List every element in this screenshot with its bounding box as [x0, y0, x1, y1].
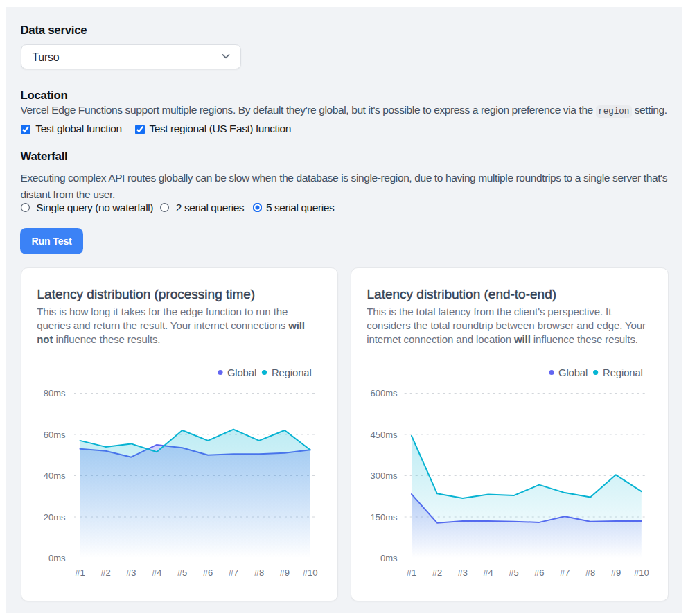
- svg-text:#2: #2: [432, 567, 442, 578]
- svg-text:#1: #1: [407, 567, 416, 578]
- svg-text:Global: Global: [558, 367, 588, 378]
- svg-text:20ms: 20ms: [44, 512, 66, 522]
- svg-text:#4: #4: [152, 567, 161, 578]
- svg-text:#9: #9: [611, 567, 621, 578]
- svg-text:600ms: 600ms: [370, 388, 398, 398]
- svg-text:#10: #10: [303, 567, 318, 578]
- svg-text:#4: #4: [483, 567, 493, 578]
- svg-text:#7: #7: [560, 567, 570, 578]
- svg-text:#2: #2: [100, 567, 110, 578]
- svg-text:#7: #7: [229, 567, 238, 578]
- svg-text:#9: #9: [280, 567, 290, 578]
- svg-text:Regional: Regional: [272, 367, 312, 378]
- svg-text:60ms: 60ms: [44, 430, 66, 440]
- svg-text:80ms: 80ms: [44, 388, 66, 398]
- svg-text:#8: #8: [254, 567, 264, 578]
- svg-text:150ms: 150ms: [370, 512, 398, 522]
- svg-text:0ms: 0ms: [380, 553, 398, 563]
- svg-text:#3: #3: [126, 567, 136, 578]
- svg-text:450ms: 450ms: [370, 430, 398, 440]
- svg-text:#8: #8: [585, 567, 595, 578]
- svg-text:40ms: 40ms: [44, 470, 66, 481]
- svg-text:300ms: 300ms: [370, 470, 398, 481]
- svg-text:0ms: 0ms: [48, 553, 66, 563]
- svg-text:#5: #5: [177, 567, 187, 578]
- svg-text:#6: #6: [203, 567, 213, 578]
- svg-text:#10: #10: [634, 567, 649, 578]
- svg-text:#6: #6: [534, 567, 544, 578]
- svg-text:Global: Global: [227, 367, 256, 378]
- svg-text:Regional: Regional: [603, 367, 643, 378]
- svg-text:#5: #5: [509, 567, 518, 578]
- svg-text:#3: #3: [457, 567, 467, 578]
- svg-text:#1: #1: [75, 567, 85, 578]
